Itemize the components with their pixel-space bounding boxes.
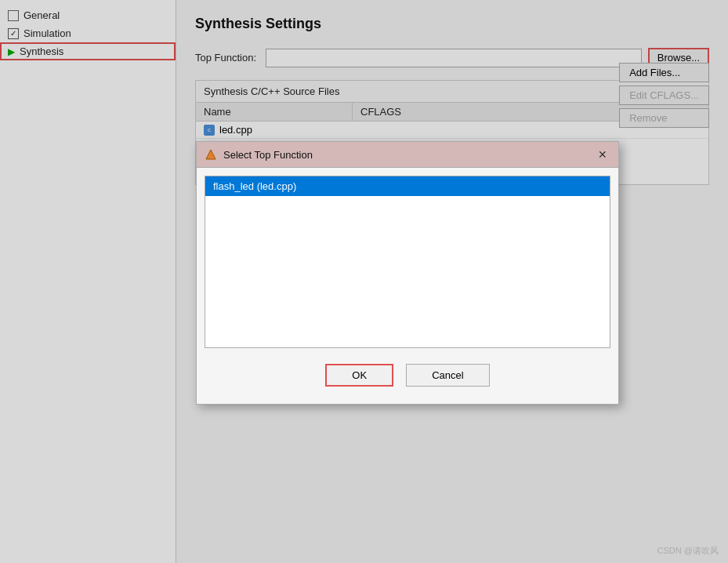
dialog-titlebar-left: Select Top Function (205, 148, 313, 161)
watermark: CSDN @请吹风 (657, 545, 719, 557)
dialog-footer: OK Cancel (205, 358, 610, 396)
ok-button[interactable]: OK (325, 364, 393, 387)
cancel-button[interactable]: Cancel (406, 364, 489, 387)
dialog-close-button[interactable]: ✕ (595, 147, 610, 162)
main-window: General ✓ Simulation ▶ Synthesis Synthes… (0, 0, 728, 563)
function-list[interactable]: flash_led (led.cpp) (205, 176, 610, 348)
dialog-title-text: Select Top Function (223, 149, 313, 161)
function-list-item[interactable]: flash_led (led.cpp) (205, 176, 610, 196)
dialog-titlebar: Select Top Function ✕ (197, 142, 618, 168)
dialog-title-icon (205, 148, 217, 161)
select-top-function-dialog: Select Top Function ✕ flash_led (led.cpp… (196, 141, 619, 405)
svg-marker-0 (206, 150, 216, 159)
dialog-overlay: Select Top Function ✕ flash_led (led.cpp… (0, 0, 728, 563)
dialog-body: flash_led (led.cpp) OK Cancel (197, 168, 618, 404)
